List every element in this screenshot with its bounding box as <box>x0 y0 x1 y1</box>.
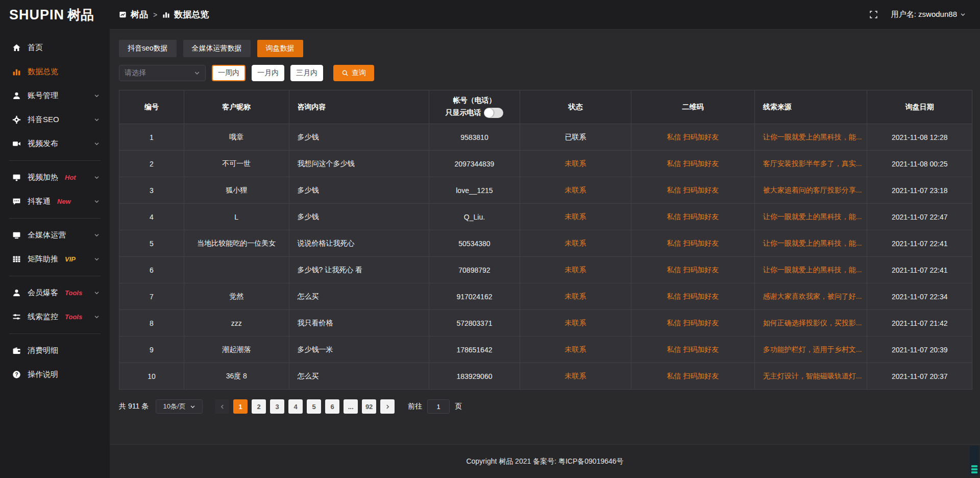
cell-source-link[interactable]: 感谢大家喜欢我家，被问了好... <box>754 283 867 310</box>
sidebar-item-label: 视频发布 <box>28 139 58 149</box>
next-page-button[interactable] <box>380 399 395 414</box>
cell-account: 50534380 <box>429 230 520 257</box>
cell-index: 10 <box>119 363 184 390</box>
main-area: 树品 > 数据总览 用户名: zswodun88 抖音seo数据 全媒体运营数据… <box>110 0 980 478</box>
cell-source-link[interactable]: 让你一眼就爱上的黑科技，能... <box>754 230 867 257</box>
cell-qrcode-actions[interactable]: 私信 扫码加好友 <box>631 204 754 230</box>
sidebar-item-instructions[interactable]: ? 操作说明 <box>0 363 110 387</box>
cell-index: 4 <box>119 204 184 230</box>
sidebar-item-account-management[interactable]: 账号管理 <box>0 84 110 108</box>
cell-source-link[interactable]: 如何正确选择投影仪，买投影... <box>754 310 867 337</box>
fullscreen-icon[interactable] <box>869 10 878 19</box>
sidebar-item-label: 消费明细 <box>28 346 58 355</box>
category-select[interactable]: 请选择 <box>119 65 206 81</box>
cell-status: 未联系 <box>520 363 631 390</box>
range-week-button[interactable]: 一周内 <box>212 65 246 81</box>
page-button-4[interactable]: 4 <box>288 399 303 414</box>
cell-source-link[interactable]: 让你一眼就爱上的黑科技，能... <box>754 257 867 283</box>
cell-qrcode-actions[interactable]: 私信 扫码加好友 <box>631 283 754 310</box>
cell-qrcode-actions[interactable]: 私信 扫码加好友 <box>631 337 754 363</box>
sidebar-divider <box>9 276 101 276</box>
sidebar-item-label: 线索监控 <box>28 312 58 322</box>
copyright-text: Copyright 树品 2021 备案号: 粤ICP备09019646号 <box>466 457 623 466</box>
cell-account: 917024162 <box>429 283 520 310</box>
cell-source-link[interactable]: 让你一眼就爱上的黑科技，能... <box>754 124 867 151</box>
cell-qrcode-actions[interactable]: 私信 扫码加好友 <box>631 230 754 257</box>
pagination: 共 911 条 10条/页 1 2 3 4 5 6 ... 92 前往 页 <box>119 399 972 414</box>
cell-account: 572803371 <box>429 310 520 337</box>
tools-badge: Tools <box>65 289 82 297</box>
cell-status: 未联系 <box>520 177 631 204</box>
tab-inquiry-data[interactable]: 询盘数据 <box>257 40 303 57</box>
cell-source-link[interactable]: 让你一眼就爱上的黑科技，能... <box>754 204 867 230</box>
breadcrumb-root[interactable]: 树品 <box>131 9 148 20</box>
sidebar-item-douyin-seo[interactable]: 抖音SEO <box>0 108 110 132</box>
cell-status: 未联系 <box>520 257 631 283</box>
table-row: 5 当地比较能吃的一位美女 说说价格让我死心 50534380 未联系 私信 扫… <box>119 230 972 257</box>
page-size-value: 10条/页 <box>163 402 186 411</box>
corner-widget[interactable] <box>970 446 979 475</box>
cell-source-link[interactable]: 被大家追着问的客厅投影分享... <box>754 177 867 204</box>
page-ellipsis-button[interactable]: ... <box>344 399 358 414</box>
cell-source-link[interactable]: 客厅安装投影半年多了，真实... <box>754 151 867 177</box>
cell-qrcode-actions[interactable]: 私信 扫码加好友 <box>631 257 754 283</box>
page-button-92[interactable]: 92 <box>362 399 376 414</box>
sidebar-item-video-heat[interactable]: 视频加热 Hot <box>0 165 110 189</box>
cell-date: 2021-11-07 22:34 <box>867 283 972 310</box>
header-status: 状态 <box>520 90 631 124</box>
sidebar-item-label: 会员爆客 <box>28 288 58 298</box>
cell-index: 6 <box>119 257 184 283</box>
sidebar-item-member-baoke[interactable]: 会员爆客 Tools <box>0 281 110 305</box>
sidebar-item-media-operation[interactable]: 全媒体运营 <box>0 223 110 247</box>
cell-qrcode-actions[interactable]: 私信 扫码加好友 <box>631 151 754 177</box>
sliders-icon <box>12 313 21 321</box>
chevron-down-icon <box>94 175 100 180</box>
sidebar-item-home[interactable]: 首页 <box>0 36 110 60</box>
cell-index: 5 <box>119 230 184 257</box>
sidebar-menu: 首页 数据总览 账号管理 抖音SEO 视频发布 视频加热 Hot <box>0 30 110 478</box>
cell-nickname: 觉然 <box>184 283 289 310</box>
sidebar-item-clue-monitor[interactable]: 线索监控 Tools <box>0 305 110 329</box>
range-quarter-button[interactable]: 三月内 <box>290 65 323 81</box>
chevron-down-icon <box>94 93 100 99</box>
page-button-2[interactable]: 2 <box>252 399 266 414</box>
page-button-3[interactable]: 3 <box>270 399 284 414</box>
page-button-1[interactable]: 1 <box>233 399 248 414</box>
cell-index: 1 <box>119 124 184 151</box>
sidebar-item-doukertong[interactable]: 抖客通 New <box>0 189 110 213</box>
cell-qrcode-actions[interactable]: 私信 扫码加好友 <box>631 363 754 390</box>
tab-douyin-seo-data[interactable]: 抖音seo数据 <box>119 40 177 57</box>
cell-source-link[interactable]: 多功能护栏灯，适用于乡村文... <box>754 337 867 363</box>
page-size-select[interactable]: 10条/页 <box>156 399 203 414</box>
sidebar-item-label: 首页 <box>28 43 43 53</box>
sidebar-item-label: 全媒体运营 <box>28 230 66 240</box>
goto-unit-label: 页 <box>455 402 462 411</box>
query-button[interactable]: 查询 <box>333 65 374 81</box>
range-month-button[interactable]: 一月内 <box>252 65 284 81</box>
cell-content: 说说价格让我死心 <box>289 230 429 257</box>
user-menu[interactable]: 用户名: zswodun88 <box>891 10 966 19</box>
cell-qrcode-actions[interactable]: 私信 扫码加好友 <box>631 310 754 337</box>
cell-qrcode-actions[interactable]: 私信 扫码加好友 <box>631 177 754 204</box>
prev-page-button[interactable] <box>215 399 229 414</box>
home-icon <box>12 43 21 52</box>
topbar-right: 用户名: zswodun88 <box>869 10 966 19</box>
page-button-6[interactable]: 6 <box>325 399 339 414</box>
tab-media-operation-data[interactable]: 全媒体运营数据 <box>183 40 251 57</box>
header-index: 编号 <box>119 90 184 124</box>
desktop-icon <box>12 231 21 240</box>
chevron-down-icon <box>94 314 100 320</box>
cell-source-link[interactable]: 无主灯设计，智能磁吸轨道灯... <box>754 363 867 390</box>
sidebar-item-label: 账号管理 <box>28 91 58 101</box>
table-row: 9 潮起潮落 多少钱一米 178651642 未联系 私信 扫码加好友 多功能护… <box>119 337 972 363</box>
sidebar-item-video-publish[interactable]: 视频发布 <box>0 132 110 156</box>
chevron-down-icon <box>94 290 100 296</box>
sidebar-item-matrix-boost[interactable]: 矩阵助推 VIP <box>0 247 110 271</box>
cell-qrcode-actions[interactable]: 私信 扫码加好友 <box>631 124 754 151</box>
cell-content: 多少钱 <box>289 204 429 230</box>
phone-only-toggle[interactable] <box>484 108 503 118</box>
sidebar-item-expense-detail[interactable]: 消费明细 <box>0 339 110 363</box>
sidebar-item-data-overview[interactable]: 数据总览 <box>0 60 110 84</box>
page-button-5[interactable]: 5 <box>307 399 321 414</box>
goto-page-input[interactable] <box>427 399 450 414</box>
